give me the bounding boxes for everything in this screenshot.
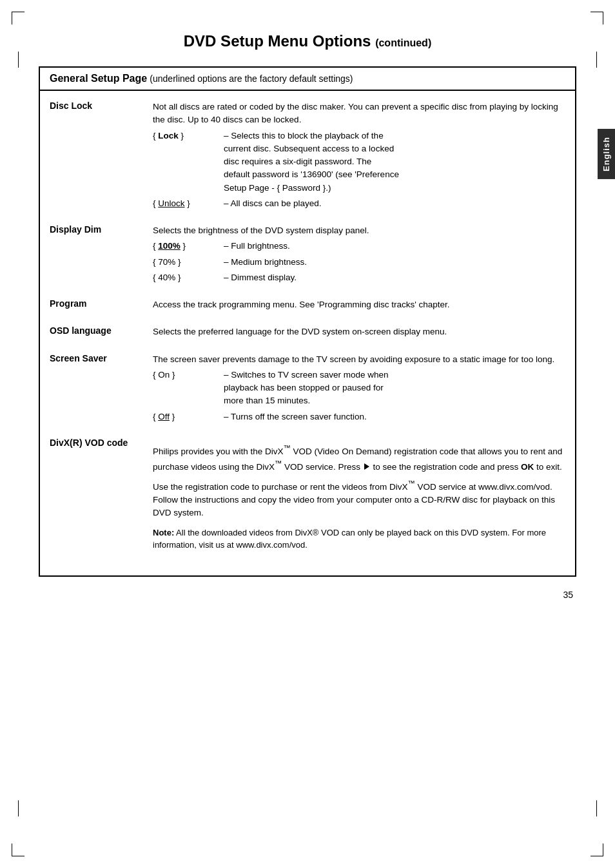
feature-row-osd: OSD language Selects the preferred langu… [50, 325, 565, 338]
content-box: General Setup Page (underlined options a… [39, 66, 576, 577]
content-area: Disc Lock Not all discs are rated or cod… [40, 91, 575, 575]
page-number: 35 [39, 590, 576, 600]
option-on: { On } – Switches to TV screen saver mod… [153, 369, 565, 408]
option-lock: { Lock } – Selects this to block the pla… [153, 130, 565, 195]
feature-label-display-dim: Display Dim [50, 224, 153, 284]
option-unlock: { Unlock } – All discs can be played. [153, 197, 565, 210]
feature-content-disc-lock: Not all discs are rated or coded by the … [153, 101, 565, 210]
feature-row-disc-lock: Disc Lock Not all discs are rated or cod… [50, 101, 565, 210]
page-title: DVD Setup Menu Options (continued) [39, 32, 576, 50]
language-tab: English [598, 129, 615, 179]
feature-label-screen-saver: Screen Saver [50, 353, 153, 423]
section-title: General Setup Page [50, 73, 147, 84]
feature-label-disc-lock: Disc Lock [50, 101, 153, 210]
feature-content-divx: Philips provides you with the DivX™ VOD … [153, 438, 565, 552]
side-mark-right-bottom [596, 800, 597, 816]
corner-mark-bottom-left [12, 844, 24, 856]
feature-label-divx: DivX(R) VOD code [50, 438, 153, 552]
side-mark-right-top [596, 52, 597, 68]
side-mark-left-bottom [18, 800, 19, 816]
feature-content-display-dim: Selects the brightness of the DVD system… [153, 224, 565, 284]
feature-content-program: Access the track programming menu. See '… [153, 298, 565, 311]
side-mark-left-top [18, 52, 19, 68]
feature-label-osd: OSD language [50, 325, 153, 338]
feature-row-display-dim: Display Dim Selects the brightness of th… [50, 224, 565, 284]
feature-row-screen-saver: Screen Saver The screen saver prevents d… [50, 353, 565, 423]
corner-mark-top-left [12, 12, 24, 24]
divx-note: Note: All the downloaded videos from Div… [153, 526, 565, 552]
section-header: General Setup Page (underlined options a… [40, 68, 575, 91]
option-40: { 40% } – Dimmest display. [153, 271, 565, 284]
feature-label-program: Program [50, 298, 153, 311]
option-100: { 100% } – Full brightness. [153, 240, 565, 253]
corner-mark-bottom-right [591, 844, 603, 856]
feature-row-program: Program Access the track programming men… [50, 298, 565, 311]
feature-content-screen-saver: The screen saver prevents damage to the … [153, 353, 565, 423]
feature-row-divx: DivX(R) VOD code Philips provides you wi… [50, 438, 565, 552]
section-subtitle: (underlined options are the factory defa… [150, 73, 353, 84]
play-arrow-icon [364, 463, 369, 470]
option-70: { 70% } – Medium brightness. [153, 256, 565, 269]
corner-mark-top-right [591, 12, 603, 24]
feature-content-osd: Selects the preferred language for the D… [153, 325, 565, 338]
page: English DVD Setup Menu Options (continue… [0, 0, 615, 868]
option-off: { Off } – Turns off the screen saver fun… [153, 410, 565, 423]
